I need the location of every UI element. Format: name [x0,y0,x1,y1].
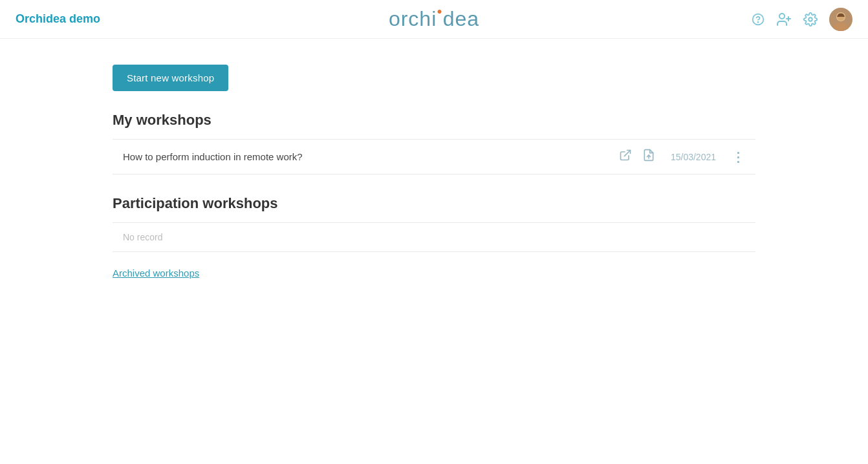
participation-workshops-title: Participation workshops [113,195,755,212]
logo-text: orchi●dea [389,7,479,31]
workshop-menu-button[interactable]: ⋮ [732,149,745,165]
my-workshops-title: My workshops [113,112,755,129]
add-user-icon[interactable] [776,12,792,27]
export-workshop-icon[interactable] [642,149,655,165]
start-workshop-button[interactable]: Start new workshop [113,65,228,91]
workshop-item-actions: 15/03/2021 ⋮ [619,149,745,165]
open-workshop-icon[interactable] [619,149,632,165]
gear-icon[interactable] [803,12,818,26]
brand-link[interactable]: Orchidea demo [16,12,100,26]
user-avatar[interactable] [829,8,852,31]
svg-point-2 [779,14,785,19]
workshop-item-title: How to perform induction in remote work? [123,151,619,162]
svg-line-10 [624,151,630,156]
main-content: Start new workshop My workshops How to p… [0,39,868,305]
help-icon[interactable] [752,13,765,26]
svg-point-5 [808,17,812,21]
workshop-item-date: 15/03/2021 [671,152,716,162]
logo: orchi●dea [389,7,479,31]
workshop-item: How to perform induction in remote work? [113,139,755,174]
header: Orchidea demo orchi●dea [0,0,868,39]
header-actions [752,8,852,31]
no-record-text: No record [113,222,755,252]
archived-workshops-link[interactable]: Archived workshops [113,268,199,279]
